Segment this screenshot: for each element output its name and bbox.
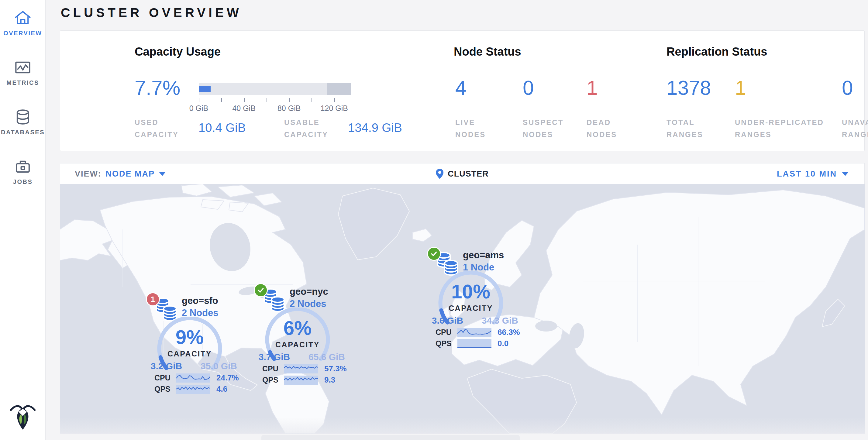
sidebar-item-label: OVERVIEW <box>3 30 42 37</box>
databases-icon <box>14 108 32 126</box>
cpu-label: CPU <box>436 328 454 337</box>
unavailable-ranges-value: 0 <box>842 78 853 98</box>
capacity-tick <box>221 98 222 102</box>
capacity-label: CAPACITY <box>434 304 507 313</box>
summary-panel: Capacity Usage 7.7% 0 GiB 40 GiB 80 GiB … <box>60 30 865 151</box>
locality-marker-ams[interactable]: geo=ams1 Node10%CAPACITY3.6 GiB34.3 GiBC… <box>427 246 536 352</box>
locality-total-capacity: 35.0 GiB <box>194 361 243 371</box>
sidebar-item-databases[interactable]: DATABASES <box>0 86 45 136</box>
cpu-label: CPU <box>154 373 173 382</box>
unavailable-ranges-label: UNAVAILABLE RANGES <box>842 116 868 140</box>
node-status-title: Node Status <box>454 45 521 58</box>
cpu-value: 24.7% <box>216 373 239 383</box>
sidebar-item-jobs[interactable]: JOBS <box>0 136 45 185</box>
qps-label: QPS <box>436 339 454 348</box>
capacity-label: CAPACITY <box>153 349 226 358</box>
map-bottom-fade <box>60 417 865 434</box>
total-ranges-label: TOTAL RANGES <box>666 116 712 140</box>
live-nodes-value: 4 <box>455 78 467 98</box>
capacity-tick <box>312 98 312 102</box>
live-nodes-label: LIVE NODES <box>455 116 501 140</box>
locality-name: geo=ams <box>463 250 504 261</box>
usable-capacity-label: USABLE CAPACITY <box>284 116 345 140</box>
capacity-label: CAPACITY <box>261 340 334 349</box>
locality-capacity-percent: 6% <box>261 318 334 338</box>
capacity-tick <box>199 98 199 102</box>
sparkline-chart <box>176 385 210 394</box>
capacity-tick <box>289 98 290 102</box>
locality-used-capacity: 3.7 GiB <box>254 352 295 362</box>
home-icon <box>14 9 32 27</box>
capacity-tick-label: 0 GiB <box>189 104 209 113</box>
capacity-bar-reserved <box>327 83 351 95</box>
locality-marker-nyc[interactable]: geo=nyc2 Nodes6%CAPACITY3.7 GiB65.6 GiBC… <box>254 283 363 388</box>
qps-label: QPS <box>154 385 173 394</box>
locality-cpu-row: CPU24.7% <box>154 373 239 383</box>
locality-capacity-percent: 10% <box>434 282 507 302</box>
capacity-usage-title: Capacity Usage <box>135 45 221 58</box>
dead-nodes-value: 1 <box>587 78 598 98</box>
cluster-overview-screen: OVERVIEW METRICS DATABASES <box>0 0 868 440</box>
sidebar-item-metrics[interactable]: METRICS <box>0 37 45 86</box>
locality-total-capacity: 65.6 GiB <box>302 352 351 362</box>
used-capacity-value: 10.4 GiB <box>198 121 246 135</box>
capacity-tick-label: 40 GiB <box>232 104 255 113</box>
sidebar-item-label: DATABASES <box>1 129 45 136</box>
node-map[interactable]: 1geo=sfo2 Nodes9%CAPACITY3.2 GiB35.0 GiB… <box>60 184 865 434</box>
jobs-icon <box>14 158 32 175</box>
capacity-percent: 7.7% <box>135 78 180 98</box>
check-icon <box>257 286 265 294</box>
capacity-tick <box>244 98 245 102</box>
locality-used-capacity: 3.6 GiB <box>427 315 468 326</box>
usable-capacity-value: 134.9 GiB <box>348 121 402 135</box>
locality-cpu-row: CPU57.3% <box>262 364 347 373</box>
under-replicated-ranges-value: 1 <box>735 78 746 98</box>
sidebar-item-overview[interactable]: OVERVIEW <box>0 0 45 37</box>
sparkline-chart <box>176 373 210 383</box>
qps-value: 9.3 <box>324 375 335 385</box>
map-toolbar: VIEW: NODE MAP CLUSTER LAST 10 MIN <box>60 163 865 184</box>
chevron-down-icon <box>842 172 848 176</box>
cpu-value: 66.3% <box>498 327 520 337</box>
cpu-value: 57.3% <box>324 364 347 373</box>
healthy-badge <box>427 247 441 261</box>
replication-status-title: Replication Status <box>666 45 767 58</box>
locality-cpu-row: CPU66.3% <box>436 327 520 337</box>
time-range-value: LAST 10 MIN <box>777 169 837 179</box>
locality-qps-row: QPS4.6 <box>154 384 227 394</box>
breadcrumb-label: CLUSTER <box>448 169 489 179</box>
breadcrumb-cluster[interactable]: CLUSTER <box>436 163 489 184</box>
chevron-down-icon <box>159 172 166 176</box>
view-selector[interactable]: NODE MAP <box>106 169 166 179</box>
capacity-tick <box>334 98 335 102</box>
qps-value: 4.6 <box>216 384 227 394</box>
total-ranges-value: 1378 <box>666 78 711 98</box>
sidebar: OVERVIEW METRICS DATABASES <box>0 0 45 440</box>
locality-marker-sfo[interactable]: 1geo=sfo2 Nodes9%CAPACITY3.2 GiB35.0 GiB… <box>146 292 255 398</box>
capacity-tick-label: 80 GiB <box>277 104 301 113</box>
qps-value: 0.0 <box>498 339 508 348</box>
locality-used-capacity: 3.2 GiB <box>146 361 187 371</box>
locality-capacity-percent: 9% <box>153 327 226 347</box>
sparkline-chart <box>284 376 318 385</box>
suspect-nodes-label: SUSPECT NODES <box>523 116 575 140</box>
time-range-selector[interactable]: LAST 10 MIN <box>777 163 848 184</box>
sidebar-item-label: METRICS <box>6 79 39 86</box>
locality-name: geo=nyc <box>290 286 328 297</box>
next-panel-edge <box>261 435 520 440</box>
sidebar-item-label: JOBS <box>13 178 33 185</box>
dead-node-badge: 1 <box>146 292 160 306</box>
view-label: VIEW: <box>75 169 101 179</box>
qps-label: QPS <box>262 376 281 384</box>
used-capacity-label: USED CAPACITY <box>135 116 189 140</box>
dead-nodes-label: DEAD NODES <box>587 116 632 140</box>
cockroachdb-logo <box>8 402 38 431</box>
page-title: CLUSTER OVERVIEW <box>61 5 242 20</box>
under-replicated-ranges-label: UNDER-REPLICATED RANGES <box>735 116 835 140</box>
capacity-tick-label: 120 GiB <box>321 104 348 113</box>
locality-name: geo=sfo <box>182 295 218 306</box>
locality-total-capacity: 34.3 GiB <box>476 315 524 326</box>
locality-qps-row: QPS0.0 <box>436 339 508 348</box>
sparkline-chart <box>457 328 491 337</box>
capacity-bar-used <box>199 86 211 92</box>
